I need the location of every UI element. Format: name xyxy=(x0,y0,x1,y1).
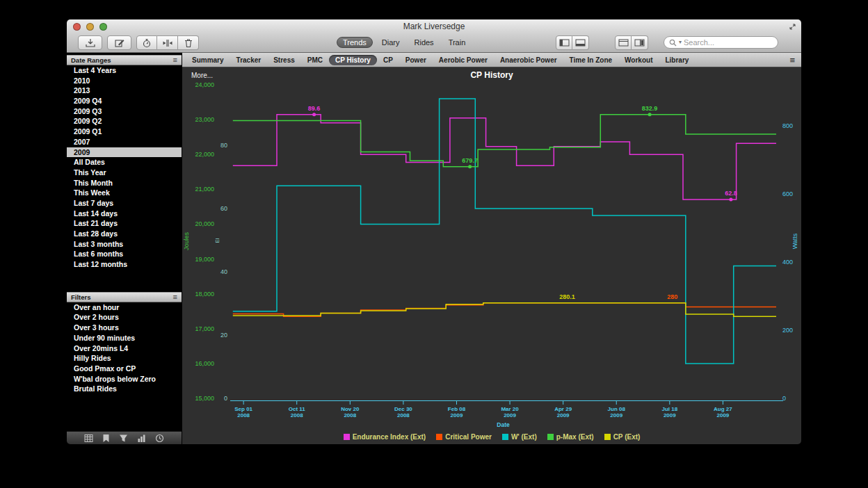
tabbar-menu-icon[interactable]: ≡ xyxy=(789,56,795,65)
x-tick-year: 2008 xyxy=(237,412,250,418)
fullscreen-icon[interactable] xyxy=(789,23,796,31)
date-range-last-3-months[interactable]: Last 3 months xyxy=(67,239,182,250)
date-range-2010[interactable]: 2010 xyxy=(67,76,182,86)
series-endurance-index-ext xyxy=(233,115,776,200)
tab-cp[interactable]: CP xyxy=(377,55,399,65)
tab-summary[interactable]: Summary xyxy=(186,55,230,65)
date-range-last-21-days[interactable]: Last 21 days xyxy=(67,218,182,229)
calendar-grid-icon[interactable] xyxy=(84,434,93,443)
x-tick-date: Feb 08 xyxy=(448,406,466,412)
compare-button[interactable] xyxy=(157,35,178,50)
toolbar-button-group xyxy=(136,35,199,50)
x-tick-year: 2009 xyxy=(504,412,516,418)
delete-button[interactable] xyxy=(178,35,199,50)
tab-time-in-zone[interactable]: Time In Zone xyxy=(563,55,619,65)
date-range-this-month[interactable]: This Month xyxy=(67,178,182,188)
joules-tick-label: 16,000 xyxy=(195,360,214,367)
filter-hilly-rides[interactable]: Hilly Rides xyxy=(67,353,182,364)
tab-cp-history[interactable]: CP History xyxy=(329,55,377,65)
tab-library[interactable]: Library xyxy=(659,55,695,65)
filter-over-20mins-l4[interactable]: Over 20mins L4 xyxy=(67,343,182,354)
watts-tick-label: 800 xyxy=(782,122,793,129)
joules-tick-label: 15,000 xyxy=(195,395,214,402)
date-range-last-12-months[interactable]: Last 12 months xyxy=(67,259,182,270)
x-tick-year: 2008 xyxy=(291,412,303,418)
bookmark-icon[interactable] xyxy=(102,434,110,443)
ei-tick-label: 80 xyxy=(220,142,227,149)
x-tick-year: 2008 xyxy=(397,412,410,418)
split-pane-icon xyxy=(634,39,645,47)
x-tick-year: 2008 xyxy=(344,412,356,418)
date-range-last-14-days[interactable]: Last 14 days xyxy=(67,209,182,219)
sidebar-bottom-toolbar xyxy=(67,431,182,444)
search-scope-chevron-icon[interactable]: ▾ xyxy=(679,40,682,45)
bar-chart-icon[interactable] xyxy=(137,434,146,443)
filter-brutal-rides[interactable]: Brutal Rides xyxy=(67,384,182,394)
toggle-lowbar-button[interactable] xyxy=(572,35,589,50)
legend-item-critical-power: Critical Power xyxy=(436,433,492,441)
filters-menu-icon[interactable]: ≡ xyxy=(173,293,177,301)
search-input[interactable] xyxy=(684,38,773,47)
filter-funnel-icon[interactable] xyxy=(119,434,128,443)
view-segment-rides[interactable]: Rides xyxy=(409,38,440,47)
tab-power[interactable]: Power xyxy=(399,55,433,65)
filter-over-3-hours[interactable]: Over 3 hours xyxy=(67,323,182,333)
joules-tick-label: 19,000 xyxy=(195,256,214,263)
date-range-2009-q4[interactable]: 2009 Q4 xyxy=(67,96,182,106)
date-range-this-year[interactable]: This Year xyxy=(67,168,182,178)
date-range-2009[interactable]: 2009 xyxy=(67,147,182,158)
tiled-view-button[interactable] xyxy=(632,35,648,50)
legend-label: W' (Ext) xyxy=(511,433,537,441)
date-range-last-6-months[interactable]: Last 6 months xyxy=(67,249,182,259)
filter-over-2-hours[interactable]: Over 2 hours xyxy=(67,312,182,323)
ei-axis-title: EI xyxy=(214,238,220,243)
chart-tabbar: SummaryTrackerStressPMCCP HistoryCPPower… xyxy=(182,53,801,67)
joules-tick-label: 20,000 xyxy=(195,220,214,227)
watts-tick-label: 0 xyxy=(782,395,786,402)
date-range-2009-q1[interactable]: 2009 Q1 xyxy=(67,127,182,137)
tab-anaerobic-power[interactable]: Anaerobic Power xyxy=(494,55,563,65)
date-range-2013[interactable]: 2013 xyxy=(67,86,182,96)
ei-tick-label: 60 xyxy=(220,205,227,212)
view-segment-train[interactable]: Train xyxy=(443,38,472,47)
date-ranges-header-label: Date Ranges xyxy=(71,56,111,64)
date-range-last-7-days[interactable]: Last 7 days xyxy=(67,198,182,209)
tab-tracker[interactable]: Tracker xyxy=(230,55,268,65)
split-compare-icon xyxy=(162,38,173,48)
tab-stress[interactable]: Stress xyxy=(267,55,301,65)
x-axis-title: Date xyxy=(497,421,510,428)
date-range-last-28-days[interactable]: Last 28 days xyxy=(67,229,182,239)
export-button[interactable] xyxy=(78,35,102,50)
filter-good-pmax-or-cp[interactable]: Good Pmax or CP xyxy=(67,364,182,374)
date-range-last-4-years[interactable]: Last 4 Years xyxy=(67,65,182,76)
legend-item-endurance-index-ext: Endurance Index (Ext) xyxy=(344,433,426,441)
tabbed-view-button[interactable] xyxy=(615,35,632,50)
clock-icon[interactable] xyxy=(155,434,164,443)
toggle-sidebar-button[interactable] xyxy=(556,35,572,50)
search-field[interactable]: ▾ xyxy=(664,36,778,49)
single-pane-icon xyxy=(618,39,629,47)
tab-pmc[interactable]: PMC xyxy=(301,55,329,65)
joules-tick-label: 17,000 xyxy=(195,325,214,332)
joules-tick-label: 24,000 xyxy=(195,81,214,88)
tab-workout[interactable]: Workout xyxy=(618,55,659,65)
date-range-2009-q2[interactable]: 2009 Q2 xyxy=(67,116,182,127)
filter-under-90-minutes[interactable]: Under 90 minutes xyxy=(67,333,182,343)
date-range-this-week[interactable]: This Week xyxy=(67,188,182,198)
x-tick-date: Nov 20 xyxy=(341,406,360,412)
filter-over-an-hour[interactable]: Over an hour xyxy=(67,302,182,313)
date-range-2009-q3[interactable]: 2009 Q3 xyxy=(67,106,182,117)
stopwatch-button[interactable] xyxy=(136,35,157,50)
date-range-all-dates[interactable]: All Dates xyxy=(67,157,182,168)
view-segment-diary[interactable]: Diary xyxy=(376,38,405,47)
view-segment-trends[interactable]: Trends xyxy=(337,37,373,48)
date-range-2007[interactable]: 2007 xyxy=(67,137,182,147)
sidebar-pane-icon xyxy=(559,39,570,47)
x-tick-year: 2009 xyxy=(664,412,676,418)
toolbar: TrendsDiaryRidesTrain xyxy=(67,33,801,53)
tab-aerobic-power[interactable]: Aerobic Power xyxy=(433,55,494,65)
edit-button[interactable] xyxy=(107,35,131,50)
x-tick-date: Jun 08 xyxy=(608,406,626,412)
date-ranges-menu-icon[interactable]: ≡ xyxy=(173,56,177,64)
filter-w-bal-drops-below-zero[interactable]: W'bal drops below Zero xyxy=(67,374,182,384)
